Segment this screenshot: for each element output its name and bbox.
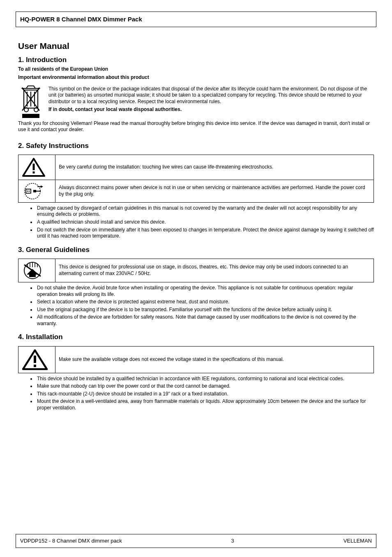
list-item: Select a location where the device is pr… [36, 299, 374, 305]
list-item: Do not switch the device on immediately … [36, 227, 374, 240]
warning-triangle-icon [22, 157, 52, 177]
weee-bin-icon [18, 83, 44, 119]
svg-rect-8 [22, 114, 39, 118]
svg-rect-30 [34, 356, 36, 363]
list-item: This device should be installed by a qua… [36, 376, 374, 382]
svg-rect-11 [33, 171, 35, 173]
svg-rect-10 [33, 164, 35, 170]
svg-marker-19 [41, 185, 43, 188]
content-area: User Manual 1. Introduction To all resid… [16, 27, 376, 411]
header-bar: HQ-POWER 8 Channel DMX Dimmer Pack [16, 12, 376, 27]
safety-bullets: Damage caused by disregard of certain gu… [18, 205, 374, 240]
list-item: Damage caused by disregard of certain gu… [36, 205, 374, 218]
safety-notice-table: Be very careful during the installation:… [18, 155, 374, 203]
unplug-icon [22, 183, 52, 200]
list-item: Mount the device in a well-ventilated ar… [36, 398, 374, 411]
intro-env-info: Important environmental information abou… [18, 74, 374, 81]
general-bullets: Do not shake the device. Avoid brute for… [18, 285, 374, 327]
intro-doubt: If in doubt, contact your local waste di… [48, 106, 374, 113]
heading-installation: 4. Installation [18, 333, 374, 342]
footer-page-number: 3 [231, 538, 234, 545]
svg-point-15 [29, 190, 30, 192]
general-notice-table: This device is designed for professional… [18, 259, 374, 282]
warning-triangle-icon [22, 349, 52, 370]
install-notice-table: Make sure the available voltage does not… [18, 346, 374, 373]
page-title: User Manual [18, 40, 374, 51]
indoor-cell [18, 259, 55, 282]
heading-general: 3. General Guidelines [18, 245, 374, 254]
list-item: A qualified technician should install an… [36, 219, 374, 226]
intro-to-all: To all residents of the European Union [18, 66, 374, 73]
intro-thanks: Thank you for choosing Velleman! Please … [18, 120, 374, 133]
intro-weee-text: This symbol on the device or the package… [48, 86, 374, 105]
svg-rect-27 [29, 273, 36, 277]
install-warn-text: Make sure the available voltage does not… [55, 346, 374, 373]
heading-introduction: 1. Introduction [18, 55, 374, 65]
footer-left-text: VDPDP152 - 8 Channel DMX dimmer pack [20, 538, 122, 545]
heading-safety: 2. Safety Instructions [18, 141, 374, 150]
svg-point-14 [27, 190, 28, 192]
svg-rect-13 [26, 189, 31, 193]
header-title: HQ-POWER 8 Channel DMX Dimmer Pack [20, 15, 142, 23]
list-item: This rack-mountable (2-U) device should … [36, 391, 374, 398]
list-item: Do not shake the device. Avoid brute for… [36, 285, 374, 298]
footer-right-text: VELLEMAN [344, 538, 372, 545]
list-item: Make sure that nobody can trip over the … [36, 383, 374, 390]
safety-unplug-text: Always disconnect mains power when devic… [55, 180, 374, 202]
svg-rect-31 [34, 365, 36, 367]
warning-cell [18, 155, 55, 180]
general-indoor-text: This device is designed for professional… [55, 259, 374, 282]
list-item: Use the original packaging if the device… [36, 307, 374, 313]
svg-rect-16 [33, 190, 36, 192]
list-item: All modifications of the device are forb… [36, 314, 374, 327]
unplug-cell [18, 180, 55, 202]
install-warning-cell [18, 346, 55, 373]
install-bullets: This device should be installed by a qua… [18, 376, 374, 411]
safety-warn-text: Be very careful during the installation:… [55, 155, 374, 180]
footer-bar: VDPDP152 - 8 Channel DMX dimmer pack 3 V… [16, 534, 376, 548]
indoor-use-icon [22, 261, 52, 280]
